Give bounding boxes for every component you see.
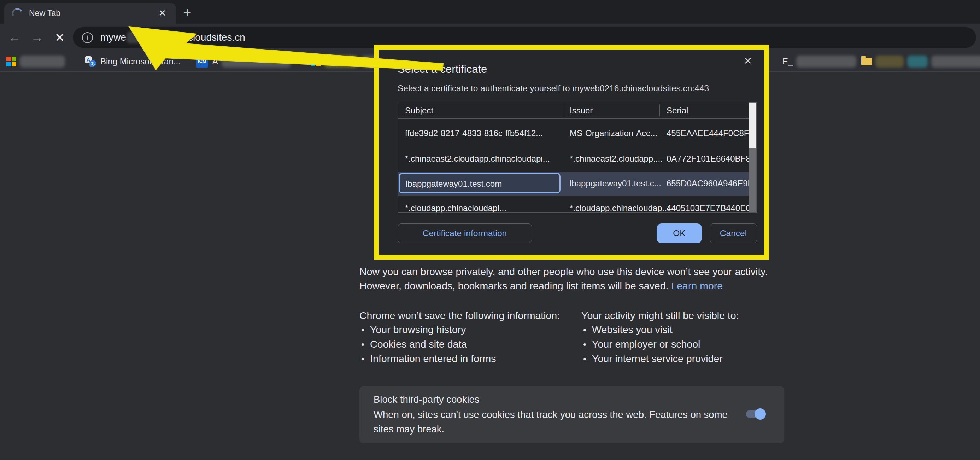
cell-subject: lbappgateway01.test.com [406, 179, 502, 189]
list-item: Your browsing history [361, 325, 496, 335]
incognito-intro-text: Now you can browse privately, and other … [360, 264, 769, 293]
table-row[interactable]: *.chinaeast2.cloudapp.chinacloudapi... *… [398, 148, 749, 170]
block-cookies-title: Block third-party cookies [374, 394, 480, 405]
select-certificate-dialog: Select a certificate ✕ Select a certific… [379, 49, 764, 255]
forward-button[interactable]: → [27, 24, 47, 51]
loading-spinner-icon [11, 7, 24, 20]
dialog-subtitle: Select a certificate to authenticate you… [398, 83, 709, 93]
block-cookies-card: Block third-party cookies When on, sites… [360, 386, 784, 443]
cell-subject: *.cloudapp.chinacloudapi... [405, 203, 506, 213]
annotation-highlight-box: Select a certificate ✕ Select a certific… [374, 45, 769, 259]
wont-save-heading: Chrome won’t save the following informat… [360, 310, 560, 322]
folder-icon [861, 57, 872, 65]
bookmark-label: Bing Microsoft Tran... [100, 57, 181, 67]
dialog-buttons: Certificate information OK Cancel [379, 223, 764, 243]
learn-more-link[interactable]: Learn more [671, 280, 723, 291]
intro-line-1: Now you can browse privately, and other … [360, 266, 768, 277]
microsoft-logo-icon [6, 57, 16, 67]
url-redaction-blur [127, 32, 169, 43]
scrollbar-thumb[interactable] [749, 103, 756, 148]
still-visible-list: Websites you visit Your employer or scho… [583, 325, 723, 368]
tab-title: New Tab [29, 8, 60, 18]
redacted-bookmark-label [221, 56, 291, 67]
new-tab-button[interactable]: + [183, 6, 191, 19]
column-header-subject: Subject [405, 106, 433, 116]
redacted-bookmark-label [324, 56, 358, 67]
icm-icon: ICM [196, 56, 208, 67]
tab-new-tab[interactable]: New Tab ✕ [4, 3, 176, 24]
table-scrollbar[interactable] [749, 102, 756, 212]
redacted-bookmark-label [796, 56, 856, 67]
still-visible-heading: Your activity might still be visible to: [581, 310, 739, 322]
cell-issuer: *.cloudapp.chinacloudap... [570, 203, 669, 213]
browser-window: New Tab ✕ + ← → ✕ i mywe hinacloudsites.… [0, 0, 980, 460]
dialog-title: Select a certificate [398, 63, 487, 76]
redacted-bookmark-label [20, 56, 65, 67]
bookmark-label: E_ [783, 57, 793, 67]
cell-serial: 4405103E7E7B440E03... [667, 203, 757, 213]
table-row-selected[interactable]: lbappgateway01.test.com lbappgateway01.t… [398, 172, 749, 196]
column-header-serial: Serial [667, 106, 688, 116]
cell-subject: *.chinaeast2.cloudapp.chinacloudapi... [405, 154, 550, 164]
block-cookies-description: When on, sites can't use cookies that tr… [374, 407, 743, 436]
certificate-information-button[interactable]: Certificate information [398, 223, 532, 243]
column-divider [659, 104, 660, 116]
tab-strip: New Tab ✕ + [0, 0, 980, 24]
table-row[interactable]: ffde39d2-8217-4833-816c-ffb54f12... MS-O… [398, 122, 749, 145]
toggle-knob [754, 408, 766, 420]
bookmark-label: A [212, 57, 218, 67]
site-info-icon[interactable]: i [82, 32, 93, 43]
cell-issuer: *.chinaeast2.cloudapp.... [570, 154, 663, 164]
list-item: Your employer or school [583, 339, 723, 350]
url-text: mywe hinacloudsites.cn [100, 32, 245, 43]
table-header: Subject Issuer Serial [398, 102, 756, 119]
url-prefix: mywe [100, 32, 126, 43]
ok-button[interactable]: OK [657, 223, 702, 243]
list-item: Your internet service provider [583, 353, 723, 364]
tab-close-icon[interactable]: ✕ [158, 8, 166, 18]
intro-line-2: However, downloads, bookmarks and readin… [360, 280, 668, 291]
cell-issuer: lbappgateway01.test.c... [570, 178, 661, 188]
url-suffix: hinacloudsites.cn [169, 32, 245, 43]
microsoft-logo-icon [311, 57, 321, 67]
table-row-clipped[interactable]: *.cloudapp.chinacloudapi... *.cloudapp.c… [398, 198, 749, 213]
redacted-bookmark-label [875, 56, 904, 67]
green-dot-icon [305, 56, 309, 60]
redacted-bookmark-label [907, 56, 928, 67]
block-cookies-toggle[interactable] [746, 410, 764, 418]
certificate-table: Subject Issuer Serial ffde39d2-8217-4833… [398, 102, 757, 213]
column-header-issuer: Issuer [570, 106, 593, 116]
list-item: Information entered in forms [361, 353, 496, 364]
cell-subject: ffde39d2-8217-4833-816c-ffb54f12... [405, 128, 543, 138]
cell-serial: 0A772F101E6640BF87... [667, 154, 757, 164]
list-item: Cookies and site data [361, 339, 496, 350]
bookmark-item-bing-translator[interactable]: Aあ Bing Microsoft Tran... [85, 56, 181, 67]
cancel-button[interactable]: Cancel [710, 223, 757, 243]
bookmark-item-1[interactable] [6, 56, 65, 67]
back-button[interactable]: ← [5, 24, 24, 51]
list-item: Websites you visit [583, 325, 723, 335]
bookmark-item-a[interactable]: ICM A [196, 56, 291, 67]
cell-issuer: MS-Organization-Acc... [570, 128, 657, 138]
translator-icon: Aあ [85, 56, 96, 67]
bookmark-item-5[interactable]: E_ is [783, 56, 980, 67]
dialog-close-icon[interactable]: ✕ [744, 55, 752, 67]
redacted-bookmark-label [931, 56, 980, 67]
cell-serial: 455EAAEE444F0C8F4... [667, 128, 757, 138]
column-divider [563, 104, 563, 116]
stop-loading-button[interactable]: ✕ [50, 24, 69, 51]
cell-serial: 655D0AC960A946E9B... [667, 178, 757, 188]
wont-save-list: Your browsing history Cookies and site d… [361, 325, 496, 368]
